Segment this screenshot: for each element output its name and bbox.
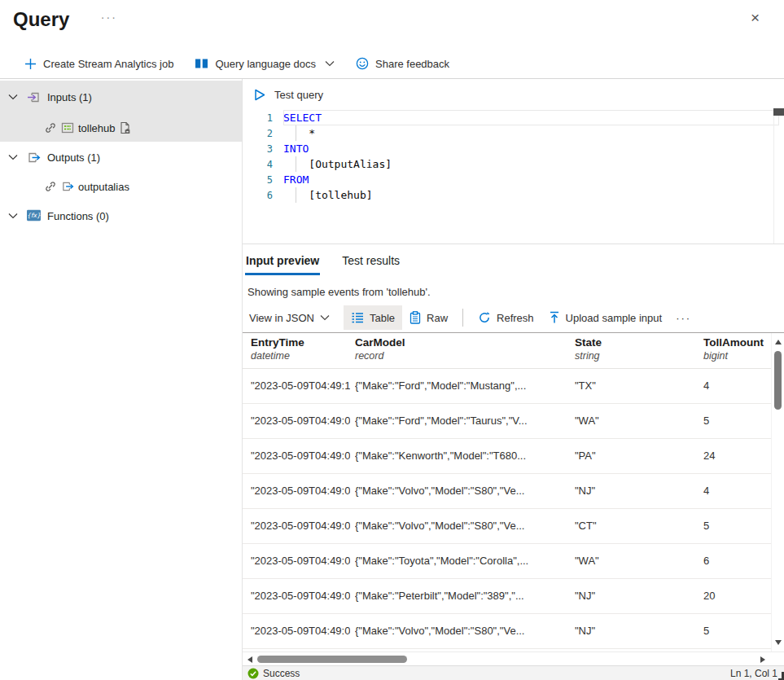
column-type: bigint [703, 350, 769, 362]
upload-label: Upload sample input [566, 312, 663, 324]
table-cell: "2023-05-09T04:49:05.... [251, 439, 350, 473]
table-cell: "2023-05-09T04:49:05.... [251, 404, 350, 438]
functions-label: Functions (0) [47, 210, 109, 222]
table-row: "2023-05-09T04:49:04....{"Make":"Volvo",… [243, 509, 771, 544]
code-text: FROM [283, 173, 309, 186]
chevron-down-icon[interactable] [8, 213, 20, 219]
editor-scrollbar-thumb[interactable] [773, 108, 784, 116]
toolbar-divider [462, 309, 463, 327]
upload-sample-input-button[interactable]: Upload sample input [541, 305, 670, 330]
cursor-position: Ln 1, Col 1 [730, 668, 777, 679]
editor-scrollbar[interactable] [773, 110, 784, 243]
table-cell: "TX" [575, 369, 697, 403]
output-icon [61, 180, 74, 193]
column-header[interactable]: Statestring [575, 336, 697, 362]
line-number: 5 [243, 174, 283, 186]
share-feedback-button[interactable]: Share feedback [356, 57, 449, 70]
page-title: Query [13, 8, 69, 31]
code-token: * [283, 127, 315, 139]
table-cell: 4 [703, 474, 769, 508]
line-number: 4 [243, 159, 283, 170]
table-cell: {"Make":"Volvo","Model":"S80","Ve... [355, 509, 570, 543]
tab-input-preview[interactable]: Input preview [245, 248, 320, 275]
window-header: Query ··· × [0, 0, 784, 49]
more-options-button[interactable]: ··· [101, 11, 117, 24]
code-line[interactable]: 4 [OutputAlias] [243, 156, 784, 172]
table-view-icon [351, 312, 364, 323]
code-token: SELECT [283, 112, 322, 124]
table-cell: "2023-05-09T04:49:04.... [251, 579, 350, 613]
query-language-docs-button[interactable]: Query language docs [195, 58, 335, 70]
chevron-down-icon[interactable] [8, 154, 20, 160]
docs-label: Query language docs [215, 58, 316, 70]
column-name: EntryTime [251, 336, 350, 349]
table-row: "2023-05-09T04:49:05....{"Make":"Kenwort… [243, 439, 771, 474]
table-row: "2023-05-09T04:49:04....{"Make":"Peterbi… [243, 579, 771, 614]
code-text: * [283, 127, 315, 139]
create-stream-analytics-job-button[interactable]: Create Stream Analytics job [24, 58, 173, 70]
indent-guide [296, 156, 296, 172]
toolbar-more-button[interactable]: ··· [669, 305, 698, 330]
sidebar-item-functions[interactable]: {fx} Functions (0) [0, 201, 242, 230]
svg-text:{fx}: {fx} [27, 212, 41, 219]
file-lock-icon [119, 121, 131, 134]
code-line[interactable]: 1SELECT [243, 110, 784, 125]
scroll-left-arrow-icon[interactable] [247, 656, 252, 663]
scroll-right-arrow-icon[interactable] [760, 656, 765, 663]
chevron-down-icon[interactable] [8, 94, 20, 100]
table-cell: {"Make":"Ford","Model":"Taurus","V... [355, 404, 570, 438]
close-icon[interactable]: × [751, 10, 760, 25]
command-bar: Create Stream Analytics job Query langua… [0, 49, 784, 79]
tab-test-results[interactable]: Test results [341, 248, 401, 275]
horizontal-scrollbar[interactable] [243, 651, 784, 665]
vertical-scrollbar-thumb[interactable] [774, 351, 782, 410]
horizontal-scrollbar-thumb[interactable] [257, 656, 407, 663]
table-cell: 20 [703, 579, 769, 613]
sidebar-item-tollehub[interactable]: tollehub [0, 113, 242, 143]
vertical-scrollbar[interactable] [771, 333, 784, 651]
test-query-label: Test query [274, 89, 323, 101]
code-token: INTO [283, 143, 309, 155]
query-editor[interactable]: Test query 1SELECT2 *3INTO4 [OutputAlias… [243, 79, 784, 244]
code-line[interactable]: 6 [tollehub] [243, 187, 784, 203]
code-line[interactable]: 2 * [243, 125, 784, 141]
link-icon [44, 121, 57, 134]
code-line[interactable]: 5FROM [243, 172, 784, 187]
refresh-button[interactable]: Refresh [471, 305, 541, 330]
play-icon [253, 88, 266, 102]
column-header[interactable]: CarModelrecord [355, 336, 570, 362]
sidebar-item-inputs[interactable]: Inputs (1) [0, 81, 242, 113]
table-cell: {"Make":"Volvo","Model":"S80","Ve... [355, 614, 570, 648]
tollehub-label: tollehub [78, 122, 116, 134]
view-in-json-dropdown[interactable]: View in JSON [247, 305, 337, 330]
column-header[interactable]: TollAmountbigint [703, 336, 769, 362]
column-header[interactable]: EntryTimedatetime [251, 336, 350, 362]
table-row: "2023-05-09T04:49:04....{"Make":"Toyota"… [243, 544, 771, 579]
sidebar-item-outputs[interactable]: Outputs (1) [0, 143, 242, 172]
table-row: "2023-05-09T04:49:15....{"Make":"Ford","… [243, 369, 771, 404]
preview-toolbar: View in JSON Table Raw [243, 303, 784, 332]
upload-icon [549, 311, 560, 324]
code-line[interactable]: 3INTO [243, 141, 784, 156]
scroll-up-arrow-icon[interactable] [775, 340, 782, 344]
test-query-button[interactable]: Test query [253, 88, 323, 102]
table-cell: "2023-05-09T04:49:04.... [251, 509, 350, 543]
link-icon [44, 180, 57, 193]
line-number: 1 [243, 112, 283, 124]
table-view-button[interactable]: Table [344, 305, 402, 330]
refresh-label: Refresh [497, 312, 534, 324]
view-in-json-label: View in JSON [249, 312, 314, 324]
scroll-down-arrow-icon[interactable] [775, 640, 782, 645]
resize-grip[interactable] [778, 672, 784, 680]
table-cell: "WA" [575, 544, 697, 578]
raw-view-button[interactable]: Raw [402, 305, 455, 330]
outputs-label: Outputs (1) [47, 151, 100, 164]
table-cell: "2023-05-09T04:49:15.... [251, 369, 350, 403]
event-hub-icon [61, 121, 74, 134]
table-cell: 5 [703, 404, 769, 438]
table-cell: "2023-05-09T04:49:05.... [251, 474, 350, 508]
sidebar-item-outputalias[interactable]: outputalias [0, 172, 242, 201]
line-number: 3 [243, 143, 283, 155]
column-type: string [575, 350, 697, 362]
table-cell: {"Make":"Peterbilt","Model":"389","... [355, 579, 570, 613]
